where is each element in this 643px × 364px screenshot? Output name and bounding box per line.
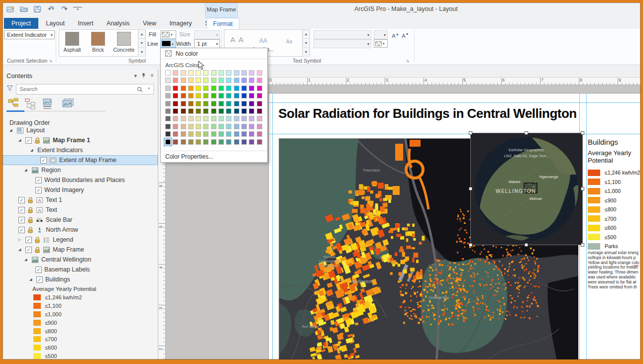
gallery-more-icon[interactable]: ▼: [303, 48, 310, 57]
palette-swatch[interactable]: [257, 78, 262, 83]
palette-swatch[interactable]: [249, 116, 254, 121]
palette-swatch[interactable]: [165, 116, 171, 121]
selection-handle[interactable]: [469, 243, 472, 247]
visibility-checkbox[interactable]: ✓: [25, 137, 32, 144]
palette-swatch[interactable]: [181, 108, 186, 114]
palette-swatch[interactable]: [257, 116, 262, 121]
tab-layout[interactable]: Layout: [40, 18, 70, 29]
palette-swatch[interactable]: [173, 86, 178, 91]
font-size-dropdown[interactable]: ▾: [374, 30, 388, 39]
contextual-tab-group[interactable]: Map Frame: [205, 1, 238, 18]
symbology-class-row[interactable]: ≤900: [2, 318, 158, 327]
view-drawing-order-icon[interactable]: [7, 98, 20, 112]
gallery-more-icon[interactable]: ▼: [138, 48, 145, 57]
map-title-text[interactable]: Solar Radiation for Buildings in Central…: [276, 106, 579, 121]
new-project-icon[interactable]: [6, 4, 15, 13]
tree-item-region[interactable]: ◢Region: [2, 165, 158, 175]
current-selection-dialog-launcher[interactable]: ↘: [49, 58, 53, 63]
palette-swatch[interactable]: [188, 78, 194, 83]
palette-swatch[interactable]: [257, 86, 262, 91]
palette-swatch[interactable]: [234, 70, 239, 76]
symbology-class-row[interactable]: ≤600: [2, 344, 158, 352]
palette-swatch[interactable]: [211, 108, 216, 114]
palette-swatch[interactable]: [257, 139, 262, 145]
symbology-class-row[interactable]: ≤1,100: [2, 302, 158, 310]
tab-project[interactable]: Project: [4, 18, 38, 29]
collapse-icon[interactable]: ◢: [24, 258, 29, 262]
palette-swatch[interactable]: [181, 86, 186, 91]
palette-swatch[interactable]: [196, 78, 201, 83]
palette-swatch[interactable]: [226, 78, 231, 83]
palette-swatch[interactable]: [226, 93, 231, 98]
palette-swatch[interactable]: [226, 139, 231, 145]
tree-item-extent-indicators[interactable]: ◢Extent Indicators: [2, 145, 158, 155]
tree-item-layout[interactable]: ◢Layout: [2, 125, 158, 135]
palette-swatch[interactable]: [211, 139, 216, 145]
collapse-icon[interactable]: ◢: [18, 248, 23, 252]
close-icon[interactable]: ×: [150, 72, 154, 79]
palette-swatch[interactable]: [226, 101, 231, 106]
palette-swatch[interactable]: [218, 101, 224, 106]
palette-swatch[interactable]: [181, 124, 186, 129]
symbology-class-row[interactable]: ≤500: [2, 352, 158, 361]
palette-swatch[interactable]: [234, 131, 239, 137]
palette-swatch[interactable]: [181, 116, 186, 121]
palette-swatch[interactable]: [218, 116, 224, 121]
search-options-icon[interactable]: ▾: [148, 87, 150, 91]
symbol-gallery-item-brick[interactable]: Brick: [85, 30, 111, 56]
palette-swatch[interactable]: [218, 131, 224, 137]
palette-swatch[interactable]: [196, 139, 201, 145]
palette-swatch[interactable]: [188, 101, 194, 106]
palette-swatch[interactable]: [226, 131, 231, 137]
tab-format[interactable]: Format: [207, 18, 239, 29]
symbol-gallery-item-asphalt[interactable]: Asphalt: [59, 30, 85, 56]
palette-swatch[interactable]: [165, 131, 171, 137]
palette-swatch[interactable]: [203, 101, 209, 106]
palette-swatch[interactable]: [218, 70, 224, 76]
palette-swatch[interactable]: [234, 101, 239, 106]
customize-quick-access-icon[interactable]: ▾: [73, 7, 82, 11]
tree-item-text[interactable]: ✓AText: [2, 205, 158, 215]
palette-swatch[interactable]: [241, 78, 247, 83]
palette-swatch[interactable]: [218, 124, 224, 129]
palette-swatch[interactable]: [249, 108, 254, 114]
current-selection-dropdown[interactable]: Extent Indicator▾: [4, 30, 55, 39]
palette-swatch[interactable]: [211, 93, 216, 98]
palette-swatch[interactable]: [211, 101, 216, 106]
palette-swatch[interactable]: [249, 101, 254, 106]
no-color-option[interactable]: No color: [161, 48, 267, 59]
search-icon[interactable]: [137, 86, 143, 94]
palette-swatch[interactable]: [188, 124, 194, 129]
palette-swatch[interactable]: [211, 116, 216, 121]
palette-swatch[interactable]: [249, 93, 254, 98]
palette-swatch[interactable]: [196, 116, 201, 121]
palette-swatch[interactable]: [173, 124, 178, 129]
save-project-icon[interactable]: [33, 4, 42, 13]
decrease-font-size-button[interactable]: A▼: [401, 30, 410, 39]
text-color-button[interactable]: ▾: [374, 39, 388, 48]
visibility-checkbox[interactable]: ✓: [18, 217, 25, 223]
text-style-item-3[interactable]: Aa: [276, 30, 302, 56]
palette-swatch[interactable]: [257, 101, 262, 106]
palette-swatch[interactable]: [203, 124, 209, 129]
description-text-element[interactable]: Average annual solar energooftops in kil…: [588, 251, 643, 289]
palette-swatch[interactable]: [196, 70, 201, 76]
font-style-dropdown[interactable]: ▾: [314, 39, 371, 48]
collapse-icon[interactable]: ◢: [9, 128, 14, 132]
selection-handle[interactable]: [581, 243, 584, 247]
palette-swatch[interactable]: [241, 93, 247, 98]
palette-swatch[interactable]: [249, 124, 254, 129]
palette-swatch[interactable]: [188, 70, 194, 76]
increase-font-size-button[interactable]: A▲: [391, 30, 400, 39]
palette-swatch[interactable]: [241, 108, 247, 114]
tree-item-north-arrow[interactable]: ✓NNorth Arrow: [2, 225, 158, 235]
tab-analysis[interactable]: Analysis: [101, 18, 135, 29]
palette-swatch[interactable]: [173, 108, 178, 114]
palette-swatch[interactable]: [211, 131, 216, 137]
color-properties-option[interactable]: Color Properties...: [161, 151, 267, 162]
palette-swatch[interactable]: [211, 70, 216, 76]
palette-swatch[interactable]: [203, 108, 209, 114]
collapse-icon[interactable]: ◢: [18, 138, 23, 142]
tree-item-scale-bar[interactable]: ✓0.5 1Scale Bar: [2, 215, 158, 225]
search-input[interactable]: [16, 84, 154, 94]
